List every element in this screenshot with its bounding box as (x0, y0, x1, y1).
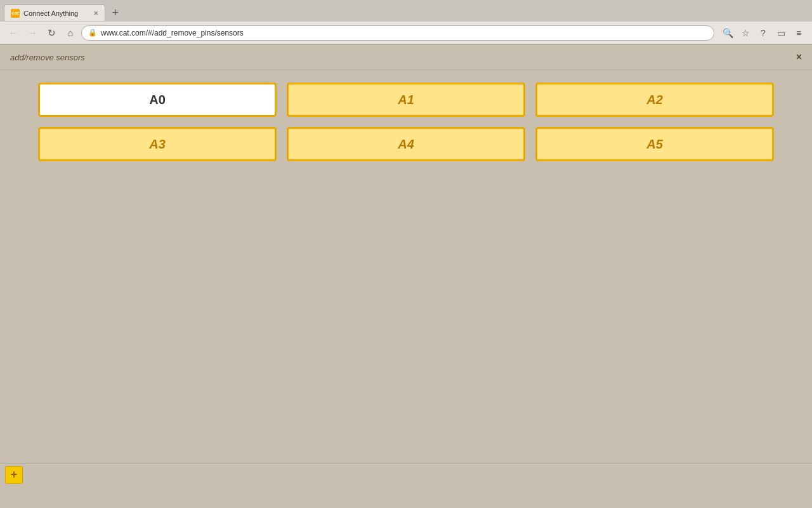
star-icon: ☆ (742, 28, 750, 38)
sensor-grid: A0A1A2A3A4A5 (0, 70, 812, 174)
address-url: www.cat.com/#/add_remove_pins/sensors (101, 29, 244, 37)
nav-bar: ← → ↻ ⌂ 🔒 www.cat.com/#/add_remove_pins/… (0, 22, 812, 44)
page-header: add/remove sensors × (0, 45, 812, 70)
menu-icon: ≡ (796, 28, 801, 38)
address-bar[interactable]: 🔒 www.cat.com/#/add_remove_pins/sensors (81, 25, 714, 41)
browser-chrome: cat Connect Anything × + ← → ↻ ⌂ 🔒 www.c… (0, 0, 812, 45)
sensor-button-a0[interactable]: A0 (38, 83, 277, 117)
home-icon: ⌂ (67, 27, 73, 38)
cast-icon: ▭ (777, 28, 785, 38)
sensor-button-a5[interactable]: A5 (535, 127, 774, 161)
back-icon: ← (9, 27, 18, 38)
reload-button[interactable]: ↻ (43, 25, 60, 41)
tab-bar: cat Connect Anything × + (0, 0, 812, 22)
page-content: add/remove sensors × A0A1A2A3A4A5 + (0, 45, 812, 486)
back-button[interactable]: ← (5, 25, 22, 41)
tab-title: Connect Anything (23, 10, 88, 17)
help-icon: ? (761, 28, 766, 38)
tab-close-button[interactable]: × (93, 9, 98, 17)
bottom-toolbar: + (0, 463, 812, 486)
close-page-button[interactable]: × (796, 51, 802, 63)
sensor-button-a2[interactable]: A2 (535, 83, 774, 117)
add-button[interactable]: + (5, 466, 23, 484)
search-button[interactable]: 🔍 (719, 25, 736, 41)
sensor-button-a4[interactable]: A4 (287, 127, 525, 161)
sensor-button-a1[interactable]: A1 (287, 83, 525, 117)
address-lock-icon: 🔒 (88, 29, 97, 37)
page-title: add/remove sensors (10, 53, 85, 62)
menu-button[interactable]: ≡ (790, 25, 807, 41)
tab-favicon: cat (11, 9, 20, 18)
nav-icons: 🔍 ☆ ? ▭ ≡ (719, 25, 807, 41)
forward-icon: → (28, 27, 37, 38)
search-icon: 🔍 (723, 28, 733, 38)
reload-icon: ↻ (48, 27, 56, 39)
new-tab-button[interactable]: + (108, 5, 123, 20)
forward-button[interactable]: → (24, 25, 41, 41)
cast-button[interactable]: ▭ (773, 25, 789, 41)
bookmark-button[interactable]: ☆ (737, 25, 754, 41)
home-button[interactable]: ⌂ (62, 25, 79, 41)
sensor-button-a3[interactable]: A3 (38, 127, 277, 161)
browser-tab[interactable]: cat Connect Anything × (4, 4, 105, 21)
help-button[interactable]: ? (755, 25, 771, 41)
